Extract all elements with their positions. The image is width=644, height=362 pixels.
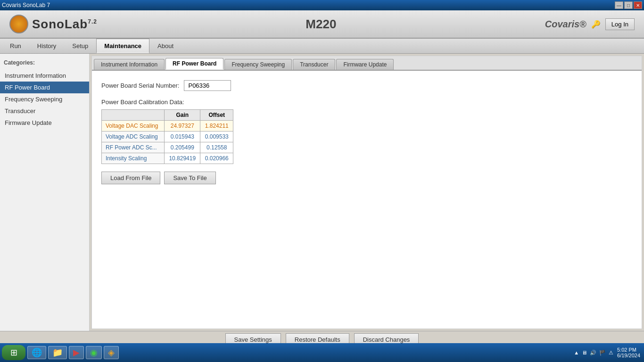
green-app-icon: ◉ <box>90 347 98 358</box>
serial-number-label: Power Board Serial Number: <box>101 82 179 89</box>
calibration-table: Gain Offset Voltage DAC Scaling 24.97327… <box>101 109 233 164</box>
table-row[interactable]: RF Power ADC Sc... 0.205499 0.12558 <box>102 142 233 153</box>
col-header-offset: Offset <box>200 110 233 121</box>
taskbar-app-media[interactable]: ▶ <box>69 346 84 359</box>
brand-name: Covaris® <box>545 19 586 30</box>
menu-item-run[interactable]: Run <box>2 39 29 53</box>
ie-icon: 🌐 <box>32 347 42 358</box>
sys-tray: ▲ 🖥 🔊 🏴 ⚠ <box>574 350 613 356</box>
tab-transducer[interactable]: Transducer <box>293 59 335 70</box>
tray-speaker-icon: 🔊 <box>590 350 596 356</box>
header-right: Covaris® 🔑 Log In <box>545 18 635 30</box>
minimize-button[interactable]: — <box>615 1 623 9</box>
calib-data-label: Power Board Calibration Data: <box>101 99 632 106</box>
folder-icon: 📁 <box>52 347 63 358</box>
col-header-gain: Gain <box>165 110 200 121</box>
tray-network-icon: 🖥 <box>582 350 587 355</box>
maximize-button[interactable]: □ <box>624 1 633 9</box>
row-label-rf-power-adc[interactable]: RF Power ADC Sc... <box>102 142 165 153</box>
row-label-intensity-scaling[interactable]: Intensity Scaling <box>102 153 165 164</box>
app-logo: SonoLab7.2 <box>9 15 97 33</box>
sidebar: Categories: Instrument Information RF Po… <box>0 54 90 331</box>
app-version: 7.2 <box>88 18 97 25</box>
model-name: M220 <box>305 17 336 32</box>
content-area: Instrument Information RF Power Board Fr… <box>91 56 642 329</box>
taskbar-left: ⊞ 🌐 📁 ▶ ◉ ◈ <box>2 345 119 360</box>
orange-app-icon: ◈ <box>108 347 115 358</box>
tabs: Instrument Information RF Power Board Fr… <box>92 56 642 71</box>
logo-circle-icon <box>9 15 28 33</box>
col-header-name <box>102 110 165 121</box>
save-to-file-button[interactable]: Save To File <box>164 172 215 184</box>
file-buttons: Load From File Save To File <box>101 172 632 184</box>
menu-item-setup[interactable]: Setup <box>64 39 96 53</box>
row-offset-intensity-scaling[interactable]: 0.020966 <box>200 153 233 164</box>
tab-rf-power-board[interactable]: RF Power Board <box>165 58 223 70</box>
title-bar-left: Covaris SonoLab 7 <box>2 2 50 8</box>
key-icon: 🔑 <box>591 20 601 29</box>
row-offset-rf-power-adc[interactable]: 0.12558 <box>200 142 233 153</box>
rf-power-board-panel: Power Board Serial Number: Power Board C… <box>92 71 642 329</box>
taskbar-app-folder[interactable]: 📁 <box>48 346 67 359</box>
serial-number-row: Power Board Serial Number: <box>101 80 632 91</box>
taskbar-app-orange[interactable]: ◈ <box>104 346 119 359</box>
taskbar-time: 5:02 PM <box>617 347 640 353</box>
table-row[interactable]: Intensity Scaling 10.829419 0.020966 <box>102 153 233 164</box>
tab-instrument-information[interactable]: Instrument Information <box>94 59 165 70</box>
serial-number-input[interactable] <box>184 80 231 91</box>
title-bar: Covaris SonoLab 7 — □ ✕ <box>0 0 644 10</box>
title-bar-text: Covaris SonoLab 7 <box>2 2 50 8</box>
row-gain-intensity-scaling[interactable]: 10.829419 <box>165 153 200 164</box>
taskbar-app-green[interactable]: ◉ <box>86 346 102 359</box>
menu-bar: Run History Setup Maintenance About <box>0 39 644 54</box>
main-area: Categories: Instrument Information RF Po… <box>0 54 644 331</box>
sidebar-item-rf-power-board[interactable]: RF Power Board <box>0 82 89 93</box>
tray-arrow-icon[interactable]: ▲ <box>574 350 579 355</box>
taskbar-clock: 5:02 PM 6/19/2024 <box>617 347 640 358</box>
menu-item-history[interactable]: History <box>29 39 64 53</box>
row-label-voltage-dac[interactable]: Voltage DAC Scaling <box>102 121 165 132</box>
tray-warning-icon: ⚠ <box>609 350 613 356</box>
row-gain-voltage-adc[interactable]: 0.015943 <box>165 132 200 142</box>
taskbar-date: 6/19/2024 <box>617 353 640 358</box>
sidebar-item-firmware-update[interactable]: Firmware Update <box>0 117 89 129</box>
close-button[interactable]: ✕ <box>634 1 642 9</box>
table-row[interactable]: Voltage DAC Scaling 24.97327 1.824211 <box>102 121 233 132</box>
sidebar-title: Categories: <box>0 58 89 70</box>
sidebar-item-frequency-sweeping[interactable]: Frequency Sweeping <box>0 93 89 105</box>
start-button[interactable]: ⊞ <box>2 345 25 360</box>
tray-flag-icon: 🏴 <box>599 350 606 356</box>
row-gain-voltage-dac[interactable]: 24.97327 <box>165 121 200 132</box>
row-label-voltage-adc[interactable]: Voltage ADC Scaling <box>102 132 165 142</box>
title-bar-controls: — □ ✕ <box>615 1 642 9</box>
table-row[interactable]: Voltage ADC Scaling 0.015943 0.009533 <box>102 132 233 142</box>
app-header: SonoLab7.2 M220 Covaris® 🔑 Log In <box>0 10 644 39</box>
taskbar: ⊞ 🌐 📁 ▶ ◉ ◈ ▲ 🖥 🔊 🏴 ⚠ 5:02 PM 6/19/2024 <box>0 343 644 362</box>
app-title: SonoLab7.2 <box>32 17 97 32</box>
row-offset-voltage-dac[interactable]: 1.824211 <box>200 121 233 132</box>
taskbar-app-ie[interactable]: 🌐 <box>27 346 46 359</box>
login-button[interactable]: Log In <box>605 18 635 30</box>
sidebar-item-instrument-information[interactable]: Instrument Information <box>0 70 89 82</box>
load-from-file-button[interactable]: Load From File <box>101 172 160 184</box>
sidebar-item-transducer[interactable]: Transducer <box>0 105 89 117</box>
menu-item-about[interactable]: About <box>149 39 182 53</box>
row-offset-voltage-adc[interactable]: 0.009533 <box>200 132 233 142</box>
menu-item-maintenance[interactable]: Maintenance <box>96 39 149 53</box>
media-icon: ▶ <box>73 347 80 358</box>
tab-frequency-sweeping[interactable]: Frequency Sweeping <box>224 59 292 70</box>
row-gain-rf-power-adc[interactable]: 0.205499 <box>165 142 200 153</box>
taskbar-right: ▲ 🖥 🔊 🏴 ⚠ 5:02 PM 6/19/2024 <box>574 347 642 358</box>
tab-firmware-update[interactable]: Firmware Update <box>336 59 394 70</box>
